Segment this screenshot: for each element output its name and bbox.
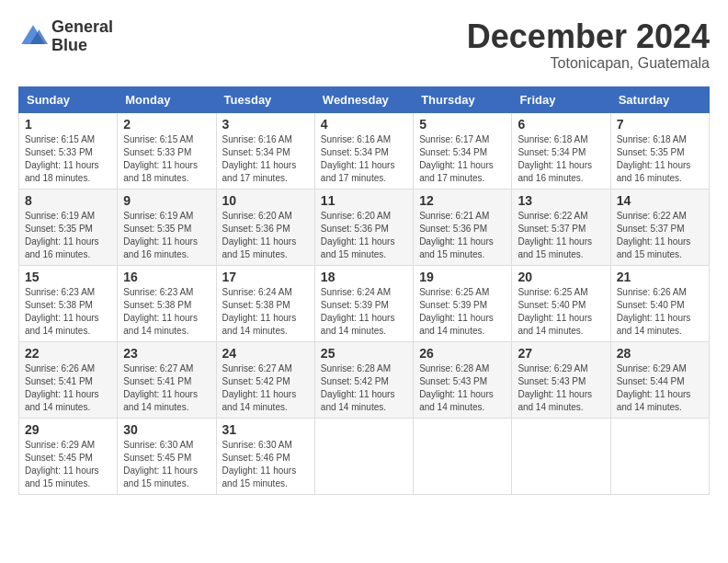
calendar-cell: 3Sunrise: 6:16 AMSunset: 5:34 PMDaylight…	[216, 112, 314, 189]
day-number: 11	[321, 193, 407, 208]
day-number: 31	[222, 422, 309, 437]
col-tuesday: Tuesday	[216, 86, 314, 112]
calendar-cell: 9Sunrise: 6:19 AMSunset: 5:35 PMDaylight…	[118, 189, 216, 265]
calendar-cell: 16Sunrise: 6:23 AMSunset: 5:38 PMDayligh…	[118, 265, 216, 341]
calendar-week-row: 29Sunrise: 6:29 AMSunset: 5:45 PMDayligh…	[19, 418, 710, 494]
calendar-cell	[610, 418, 709, 494]
calendar-cell: 14Sunrise: 6:22 AMSunset: 5:37 PMDayligh…	[610, 189, 709, 265]
day-info: Sunrise: 6:27 AMSunset: 5:41 PMDaylight:…	[123, 362, 210, 414]
day-number: 23	[123, 346, 210, 361]
calendar-cell: 30Sunrise: 6:30 AMSunset: 5:45 PMDayligh…	[118, 418, 216, 494]
calendar-cell: 22Sunrise: 6:26 AMSunset: 5:41 PMDayligh…	[19, 341, 118, 418]
day-number: 27	[518, 346, 604, 361]
col-sunday: Sunday	[19, 86, 118, 112]
day-number: 12	[419, 193, 506, 208]
day-number: 10	[222, 193, 309, 208]
day-number: 20	[518, 270, 604, 284]
day-info: Sunrise: 6:18 AMSunset: 5:35 PMDaylight:…	[617, 133, 703, 185]
calendar-cell: 21Sunrise: 6:26 AMSunset: 5:40 PMDayligh…	[610, 265, 709, 341]
calendar-cell: 8Sunrise: 6:19 AMSunset: 5:35 PMDaylight…	[19, 189, 118, 265]
calendar-cell	[414, 418, 512, 494]
location: Totonicapan, Guatemala	[467, 55, 710, 72]
day-number: 15	[25, 270, 111, 284]
day-info: Sunrise: 6:28 AMSunset: 5:42 PMDaylight:…	[321, 362, 407, 414]
calendar-cell: 7Sunrise: 6:18 AMSunset: 5:35 PMDaylight…	[610, 112, 709, 189]
day-number: 21	[617, 270, 703, 284]
calendar-cell	[314, 418, 413, 494]
day-info: Sunrise: 6:23 AMSunset: 5:38 PMDaylight:…	[25, 286, 111, 338]
col-monday: Monday	[118, 86, 216, 112]
logo-line2: Blue	[51, 37, 113, 55]
calendar-cell: 18Sunrise: 6:24 AMSunset: 5:39 PMDayligh…	[314, 265, 413, 341]
day-number: 13	[518, 193, 604, 208]
day-number: 1	[25, 117, 111, 132]
day-number: 19	[419, 270, 506, 284]
day-info: Sunrise: 6:15 AMSunset: 5:33 PMDaylight:…	[25, 133, 111, 185]
calendar-week-row: 1Sunrise: 6:15 AMSunset: 5:33 PMDaylight…	[19, 112, 710, 189]
calendar-cell: 2Sunrise: 6:15 AMSunset: 5:33 PMDaylight…	[118, 112, 216, 189]
calendar-cell	[512, 418, 610, 494]
calendar-cell: 27Sunrise: 6:29 AMSunset: 5:43 PMDayligh…	[512, 341, 610, 418]
day-number: 16	[123, 270, 210, 284]
logo-text: General Blue	[51, 18, 113, 55]
day-number: 24	[222, 346, 309, 361]
day-number: 7	[617, 117, 703, 132]
logo-line1: General	[51, 18, 113, 37]
calendar-cell: 6Sunrise: 6:18 AMSunset: 5:34 PMDaylight…	[512, 112, 610, 189]
day-number: 4	[321, 117, 407, 132]
title-section: December 2024 Totonicapan, Guatemala	[467, 18, 710, 72]
calendar-table: Sunday Monday Tuesday Wednesday Thursday…	[18, 86, 710, 495]
day-info: Sunrise: 6:15 AMSunset: 5:33 PMDaylight:…	[123, 133, 210, 185]
day-info: Sunrise: 6:25 AMSunset: 5:40 PMDaylight:…	[518, 286, 604, 338]
day-number: 8	[25, 193, 111, 208]
day-info: Sunrise: 6:29 AMSunset: 5:44 PMDaylight:…	[617, 362, 703, 414]
calendar-header-row: Sunday Monday Tuesday Wednesday Thursday…	[19, 86, 710, 112]
calendar-cell: 29Sunrise: 6:29 AMSunset: 5:45 PMDayligh…	[19, 418, 118, 494]
day-number: 28	[617, 346, 703, 361]
day-info: Sunrise: 6:20 AMSunset: 5:36 PMDaylight:…	[222, 210, 309, 261]
page-header: General Blue December 2024 Totonicapan, …	[18, 18, 710, 72]
day-number: 26	[419, 346, 506, 361]
calendar-cell: 20Sunrise: 6:25 AMSunset: 5:40 PMDayligh…	[512, 265, 610, 341]
col-wednesday: Wednesday	[314, 86, 413, 112]
col-saturday: Saturday	[610, 86, 709, 112]
logo: General Blue	[18, 18, 113, 55]
day-info: Sunrise: 6:22 AMSunset: 5:37 PMDaylight:…	[518, 210, 604, 261]
day-info: Sunrise: 6:28 AMSunset: 5:43 PMDaylight:…	[419, 362, 506, 414]
day-info: Sunrise: 6:22 AMSunset: 5:37 PMDaylight:…	[617, 210, 703, 261]
day-info: Sunrise: 6:23 AMSunset: 5:38 PMDaylight:…	[123, 286, 210, 338]
calendar-cell: 23Sunrise: 6:27 AMSunset: 5:41 PMDayligh…	[118, 341, 216, 418]
calendar-cell: 13Sunrise: 6:22 AMSunset: 5:37 PMDayligh…	[512, 189, 610, 265]
calendar-cell: 17Sunrise: 6:24 AMSunset: 5:38 PMDayligh…	[216, 265, 314, 341]
calendar-cell: 4Sunrise: 6:16 AMSunset: 5:34 PMDaylight…	[314, 112, 413, 189]
day-info: Sunrise: 6:19 AMSunset: 5:35 PMDaylight:…	[123, 210, 210, 261]
day-info: Sunrise: 6:26 AMSunset: 5:40 PMDaylight:…	[617, 286, 703, 338]
day-info: Sunrise: 6:18 AMSunset: 5:34 PMDaylight:…	[518, 133, 604, 185]
day-number: 30	[123, 422, 210, 437]
day-number: 29	[25, 422, 111, 437]
calendar-week-row: 15Sunrise: 6:23 AMSunset: 5:38 PMDayligh…	[19, 265, 710, 341]
day-number: 2	[123, 117, 210, 132]
calendar-cell: 10Sunrise: 6:20 AMSunset: 5:36 PMDayligh…	[216, 189, 314, 265]
day-number: 17	[222, 270, 309, 284]
day-info: Sunrise: 6:30 AMSunset: 5:45 PMDaylight:…	[123, 439, 210, 490]
calendar-cell: 25Sunrise: 6:28 AMSunset: 5:42 PMDayligh…	[314, 341, 413, 418]
day-info: Sunrise: 6:16 AMSunset: 5:34 PMDaylight:…	[222, 133, 309, 185]
day-info: Sunrise: 6:25 AMSunset: 5:39 PMDaylight:…	[419, 286, 506, 338]
month-title: December 2024	[467, 18, 710, 55]
day-number: 6	[518, 117, 604, 132]
calendar-week-row: 8Sunrise: 6:19 AMSunset: 5:35 PMDaylight…	[19, 189, 710, 265]
day-info: Sunrise: 6:21 AMSunset: 5:36 PMDaylight:…	[419, 210, 506, 261]
calendar-cell: 19Sunrise: 6:25 AMSunset: 5:39 PMDayligh…	[414, 265, 512, 341]
calendar-cell: 28Sunrise: 6:29 AMSunset: 5:44 PMDayligh…	[610, 341, 709, 418]
calendar-cell: 15Sunrise: 6:23 AMSunset: 5:38 PMDayligh…	[19, 265, 118, 341]
day-number: 18	[321, 270, 407, 284]
day-info: Sunrise: 6:29 AMSunset: 5:43 PMDaylight:…	[518, 362, 604, 414]
day-info: Sunrise: 6:24 AMSunset: 5:38 PMDaylight:…	[222, 286, 309, 338]
calendar-cell: 26Sunrise: 6:28 AMSunset: 5:43 PMDayligh…	[414, 341, 512, 418]
day-number: 9	[123, 193, 210, 208]
logo-icon	[18, 22, 48, 52]
day-info: Sunrise: 6:26 AMSunset: 5:41 PMDaylight:…	[25, 362, 111, 414]
calendar-cell: 12Sunrise: 6:21 AMSunset: 5:36 PMDayligh…	[414, 189, 512, 265]
calendar-cell: 24Sunrise: 6:27 AMSunset: 5:42 PMDayligh…	[216, 341, 314, 418]
